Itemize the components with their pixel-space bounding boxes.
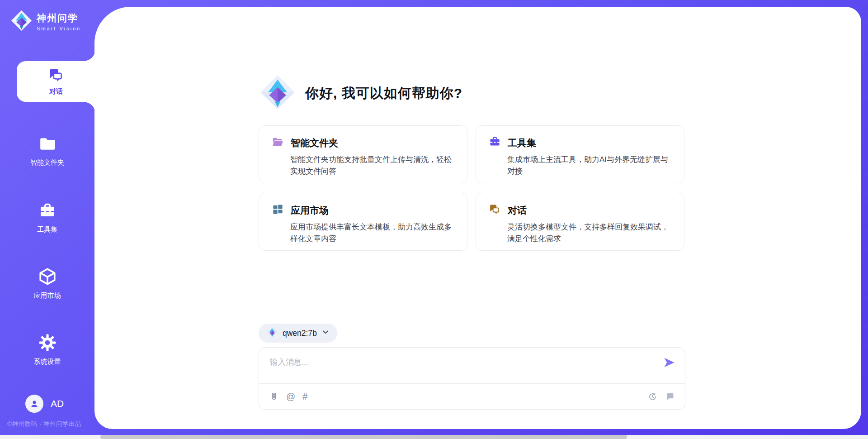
composer-toolbar: @ # xyxy=(259,384,685,409)
brand-diamond-logo-icon xyxy=(260,75,295,112)
tab-fillet-bottom xyxy=(84,102,95,114)
chat-icon xyxy=(489,203,501,217)
brand-diamond-icon xyxy=(11,10,32,33)
toolbox-icon xyxy=(38,202,57,222)
chat-bubble-icon[interactable] xyxy=(665,392,675,401)
card-desc: 灵活切换多模型文件，支持多样回复效果调试，满足个性化需求 xyxy=(507,221,671,244)
sidebar-item-chat[interactable]: 对话 xyxy=(17,61,95,102)
message-input[interactable] xyxy=(259,348,652,382)
sidebar-item-toolset[interactable]: 工具集 xyxy=(0,202,94,234)
card-title: 应用市场 xyxy=(291,204,329,217)
copyright-text: ©神州数码 · 神州问学出品 xyxy=(7,420,81,428)
gear-icon xyxy=(38,333,57,354)
scrollbar-thumb[interactable] xyxy=(100,435,627,439)
greeting-block: 你好, 我可以如何帮助你? xyxy=(260,75,462,112)
card-title: 对话 xyxy=(508,204,527,217)
toolbox-icon xyxy=(489,136,501,150)
model-logo-icon xyxy=(267,327,278,339)
chat-icon xyxy=(48,67,64,85)
cube-icon xyxy=(38,267,57,288)
card-chat[interactable]: 对话 灵活切换多模型文件，支持多样回复效果调试，满足个性化需求 xyxy=(476,193,684,251)
sidebar-item-label: 系统设置 xyxy=(34,358,61,366)
history-icon[interactable] xyxy=(648,392,657,401)
card-toolset[interactable]: 工具集 集成市场上主流工具，助力AI与外界无缝扩展与对接 xyxy=(476,125,684,183)
feature-cards: 智能文件夹 智能文件夹功能支持批量文件上传与清洗，轻松实现文件问答 工具集 集成… xyxy=(259,125,684,251)
user-profile[interactable]: AD xyxy=(25,395,64,413)
card-desc: 智能文件夹功能支持批量文件上传与清洗，轻松实现文件问答 xyxy=(290,154,454,177)
app-grid-icon xyxy=(272,203,284,217)
brand-logo[interactable]: 神州问学 Smart Vision xyxy=(11,10,81,33)
main-panel: 你好, 我可以如何帮助你? 智能文件夹 智能文件夹功能支持批量文件上传与清洗，轻… xyxy=(94,7,861,429)
folder-open-icon xyxy=(272,136,284,150)
user-name: AD xyxy=(51,398,64,409)
avatar xyxy=(25,395,43,413)
hash-icon[interactable]: # xyxy=(302,392,307,401)
sidebar-item-label: 对话 xyxy=(49,87,63,96)
paperclip-icon[interactable] xyxy=(269,391,279,401)
card-desc: 集成市场上主流工具，助力AI与外界无缝扩展与对接 xyxy=(507,154,671,177)
brand-name-en: Smart Vision xyxy=(37,26,81,31)
sidebar-item-app-market[interactable]: 应用市场 xyxy=(0,267,94,300)
sidebar-item-label: 智能文件夹 xyxy=(30,158,64,167)
horizontal-scrollbar[interactable] xyxy=(0,435,868,439)
sidebar-item-settings[interactable]: 系统设置 xyxy=(0,333,94,366)
card-smart-folder[interactable]: 智能文件夹 智能文件夹功能支持批量文件上传与清洗，轻松实现文件问答 xyxy=(259,125,467,183)
brand-name-cn: 神州问学 xyxy=(37,12,81,24)
model-name: qwen2:7b xyxy=(283,329,317,338)
tab-fillet-top xyxy=(84,49,95,61)
card-desc: 应用市场提供丰富长文本模板，助力高效生成多样化文章内容 xyxy=(290,221,454,244)
card-title: 智能文件夹 xyxy=(291,137,338,149)
chevron-down-icon xyxy=(322,329,329,337)
sidebar-item-smart-folder[interactable]: 智能文件夹 xyxy=(0,135,94,167)
folder-icon xyxy=(38,135,57,155)
card-title: 工具集 xyxy=(508,137,536,149)
model-selector[interactable]: qwen2:7b xyxy=(259,324,337,343)
card-app-market[interactable]: 应用市场 应用市场提供丰富长文本模板，助力高效生成多样化文章内容 xyxy=(259,193,467,251)
greeting-text: 你好, 我可以如何帮助你? xyxy=(305,84,462,103)
sidebar-item-label: 应用市场 xyxy=(34,291,61,300)
message-composer: @ # xyxy=(259,347,685,410)
sidebar-item-label: 工具集 xyxy=(37,225,57,234)
send-icon[interactable] xyxy=(662,356,676,369)
at-icon[interactable]: @ xyxy=(286,392,295,401)
